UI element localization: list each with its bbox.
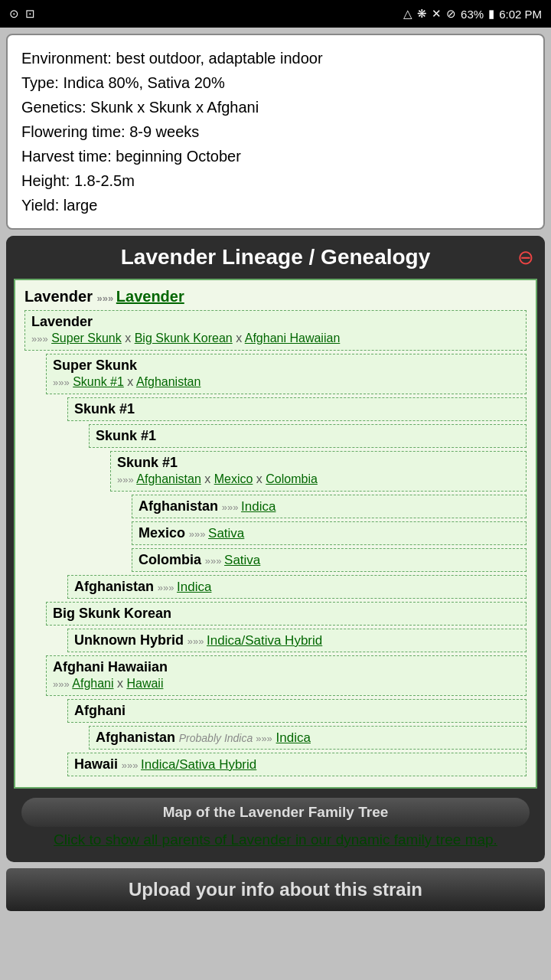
mexico-link[interactable]: Mexico xyxy=(214,472,253,485)
afghanistan-probably-indica-node: Afghanistan Probably Indica »»» Indica xyxy=(89,726,527,750)
colombia-sativa-node: Colombia »»» Sativa xyxy=(132,548,527,572)
map-link-container: Click to show all parents of Lavender in… xyxy=(18,831,533,848)
close-icon[interactable]: ⊖ xyxy=(517,246,534,270)
status-right-icons: △ ❋ ✕ ⊘ 63% ▮ 6:02 PM xyxy=(403,7,542,21)
afghanistan-link[interactable]: Afghanistan xyxy=(136,375,201,388)
skunk1-node-l3: Skunk #1 »»» Afghanistan x Mexico x Colo… xyxy=(110,451,527,492)
sativa-link1[interactable]: Sativa xyxy=(208,526,244,541)
big-skunk-korean-node: Big Skunk Korean xyxy=(46,602,527,626)
screen-icon: ⊡ xyxy=(25,7,35,21)
mexico-sativa-node: Mexico »»» Sativa xyxy=(132,521,527,545)
afghani-hawaiian-node: Afghani Hawaiian »»» Afghani x Hawaii xyxy=(46,655,527,696)
type-text: Type: Indica 80%, Sativa 20% xyxy=(21,70,530,95)
afghanistan-indica-node2: Afghanistan »»» Indica xyxy=(67,575,527,599)
lineage-section: Lavender Lineage / Genealogy ⊖ Lavender … xyxy=(6,236,545,862)
hawaii-link[interactable]: Hawaii xyxy=(126,677,163,690)
wifi-off-icon: ✕ xyxy=(432,7,442,21)
colombia-link[interactable]: Colombia xyxy=(266,472,318,485)
genetics-text: Genetics: Skunk x Skunk x Afghani xyxy=(21,95,530,119)
hawaii-node: Hawaii »»» Indica/Sativa Hybrid xyxy=(67,753,527,776)
tree-box: Lavender »»» Lavender Lavender »»» Super… xyxy=(14,279,537,789)
yield-text: Yield: large xyxy=(21,193,530,217)
skunk1-node-l2: Skunk #1 xyxy=(89,424,527,448)
map-bar: Map of the Lavender Family Tree xyxy=(21,798,530,827)
lavender-node: Lavender »»» Super Skunk x Big Skunk Kor… xyxy=(24,310,527,351)
skunk1-node-l1: Skunk #1 xyxy=(67,397,527,421)
sim-icon: ⊙ xyxy=(9,7,19,21)
environment-text: Environment: best outdoor, adaptable ind… xyxy=(21,46,530,70)
info-card: Environment: best outdoor, adaptable ind… xyxy=(6,34,545,230)
super-skunk-node: Super Skunk »»» Skunk #1 x Afghanistan xyxy=(46,354,527,394)
map-bar-label: Map of the Lavender Family Tree xyxy=(163,804,389,820)
alarm-icon: ⊘ xyxy=(446,7,456,21)
status-bar: ⊙ ⊡ △ ❋ ✕ ⊘ 63% ▮ 6:02 PM xyxy=(0,0,551,28)
upload-bar-label: Upload your info about this strain xyxy=(129,879,422,900)
unknown-hybrid-node: Unknown Hybrid »»» Indica/Sativa Hybrid xyxy=(67,629,527,652)
status-left-icons: ⊙ ⊡ xyxy=(9,7,35,21)
indica-link1[interactable]: Indica xyxy=(241,499,276,514)
root-name: Lavender xyxy=(24,288,93,305)
battery-icon: ▮ xyxy=(488,7,494,21)
afghanistan-indica-node: Afghanistan »»» Indica xyxy=(132,495,527,518)
indica-sativa-hybrid-link2[interactable]: Indica/Sativa Hybrid xyxy=(141,757,256,772)
root-link[interactable]: Lavender xyxy=(116,288,184,305)
afghani-node: Afghani xyxy=(67,699,527,723)
indica-link2[interactable]: Indica xyxy=(177,580,211,594)
indica-sativa-hybrid-link1[interactable]: Indica/Sativa Hybrid xyxy=(207,633,322,648)
afghani-link[interactable]: Afghani xyxy=(72,677,113,690)
bluetooth-icon: ❋ xyxy=(417,7,427,21)
alert-icon: △ xyxy=(403,7,412,21)
flowering-text: Flowering time: 8-9 weeks xyxy=(21,119,530,144)
upload-bar[interactable]: Upload your info about this strain xyxy=(6,868,545,911)
height-text: Height: 1.8-2.5m xyxy=(21,168,530,193)
battery-level: 63% xyxy=(461,8,484,21)
map-link[interactable]: Click to show all parents of Lavender in… xyxy=(54,831,497,848)
big-skunk-korean-link[interactable]: Big Skunk Korean xyxy=(135,332,233,345)
lineage-header: Lavender Lineage / Genealogy ⊖ xyxy=(6,236,545,279)
tree-root: Lavender »»» Lavender xyxy=(24,288,527,305)
sativa-link2[interactable]: Sativa xyxy=(224,553,260,567)
indica-link3[interactable]: Indica xyxy=(276,730,311,745)
afghanistan-link2[interactable]: Afghanistan xyxy=(136,472,201,485)
super-skunk-link[interactable]: Super Skunk xyxy=(51,332,122,345)
clock: 6:02 PM xyxy=(499,8,542,21)
afghani-hawaiian-link[interactable]: Afghani Hawaiian xyxy=(245,332,341,345)
lineage-title: Lavender Lineage / Genealogy xyxy=(121,245,431,269)
skunk1-link[interactable]: Skunk #1 xyxy=(73,375,124,388)
harvest-text: Harvest time: beginning October xyxy=(21,144,530,168)
